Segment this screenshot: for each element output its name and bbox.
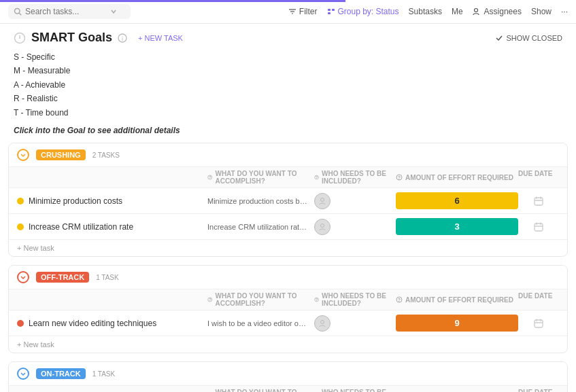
calendar-icon[interactable]	[533, 318, 544, 329]
smart-t: T - Time bound	[14, 106, 562, 120]
svg-point-36	[321, 320, 324, 323]
svg-text:?: ?	[209, 298, 211, 302]
table-row[interactable]: Increase CRM utilization rate Increase C…	[9, 213, 567, 239]
svg-rect-6	[328, 12, 331, 14]
group-header-offtrack[interactable]: OFF-TRACK 1 TASK	[9, 266, 567, 289]
due-date-cell[interactable]	[518, 221, 559, 232]
check-icon	[495, 34, 503, 42]
filter-btn[interactable]: Filter	[288, 7, 318, 16]
col-headers-offtrack: ? WHAT DO YOU WANT TO ACCOMPLISH? ? WHO …	[9, 289, 567, 310]
col-due: DUE DATE	[518, 292, 559, 307]
col-accomplish: ? WHAT DO YOU WANT TO ACCOMPLISH?	[207, 170, 314, 185]
task-avatar-cell	[314, 193, 396, 209]
task-avatar-cell	[314, 315, 396, 332]
avatar	[314, 315, 331, 332]
progress-bar	[0, 0, 345, 2]
col-effort: ? AMOUNT OF EFFORT REQUIRED	[396, 292, 518, 307]
col-task	[17, 292, 207, 307]
task-avatar-cell	[314, 219, 396, 235]
search-icon	[14, 7, 22, 16]
top-bar-actions: Filter Group by: Status Subtasks Me Assi…	[288, 7, 568, 16]
svg-rect-37	[535, 320, 543, 327]
svg-text:?: ?	[209, 176, 211, 180]
effort-bar: 6	[396, 192, 518, 209]
svg-text:i: i	[122, 35, 123, 42]
task-name-cell: Increase CRM utilization rate	[17, 222, 207, 232]
calendar-icon[interactable]	[533, 221, 544, 232]
group-task-count-ontrack: 1 TASK	[92, 370, 116, 378]
subtasks-btn[interactable]: Subtasks	[409, 7, 442, 16]
col-include: ? WHO NEEDS TO BE INCLUDED?	[314, 292, 396, 307]
table-row[interactable]: Learn new video editing techniques I wis…	[9, 310, 567, 336]
svg-rect-7	[332, 9, 335, 11]
due-date-cell[interactable]	[518, 196, 559, 207]
col-effort: ? AMOUNT OF EFFORT REQUIRED	[396, 389, 518, 392]
smart-definitions: S - Specific M - Measurable A - Achievab…	[0, 48, 576, 143]
task-dot	[17, 198, 24, 204]
assignees-label: Assignees	[484, 7, 522, 16]
task-name: Increase CRM utilization rate	[29, 222, 133, 232]
show-closed-label: SHOW CLOSED	[506, 34, 562, 42]
effort-bar: 9	[396, 315, 518, 332]
more-btn[interactable]: ···	[561, 7, 568, 16]
due-date-cell[interactable]	[518, 318, 559, 329]
svg-text:?: ?	[316, 176, 318, 179]
svg-point-8	[474, 9, 477, 12]
svg-text:?: ?	[398, 175, 401, 180]
task-dot	[17, 320, 24, 327]
task-name-cell: Learn new video editing techniques	[17, 319, 207, 328]
me-btn[interactable]: Me	[452, 7, 463, 16]
group-section-crushing: CRUSHING 2 TASKS ? WHAT DO YOU WANT TO A…	[8, 143, 568, 257]
page-header: SMART Goals i + NEW TASK SHOW CLOSED	[0, 24, 576, 48]
me-label: Me	[452, 7, 463, 16]
filter-label: Filter	[299, 7, 318, 16]
col-task	[17, 170, 207, 185]
search-box[interactable]	[8, 4, 131, 19]
group-circle-offtrack	[17, 271, 29, 283]
assignees-btn[interactable]: Assignees	[473, 7, 522, 16]
task-name: Learn new video editing techniques	[29, 319, 156, 328]
group-circle-crushing	[17, 149, 29, 161]
svg-rect-26	[535, 224, 543, 231]
svg-point-25	[321, 224, 324, 227]
task-description: I wish to be a video editor or a project…	[207, 319, 314, 327]
click-hint: Click into the Goal to see additional de…	[14, 124, 562, 137]
avatar	[314, 219, 331, 235]
show-closed-btn[interactable]: SHOW CLOSED	[495, 34, 562, 42]
svg-point-0	[15, 9, 20, 14]
group-section-ontrack: ON-TRACK 1 TASK ? WHAT DO YOU WANT TO AC…	[8, 361, 568, 392]
group-by-btn[interactable]: Group by: Status	[327, 7, 399, 16]
smart-m: M - Measurable	[14, 64, 562, 77]
group-header-ontrack[interactable]: ON-TRACK 1 TASK	[9, 362, 567, 385]
main-content: CRUSHING 2 TASKS ? WHAT DO YOU WANT TO A…	[0, 143, 576, 392]
group-task-count-offtrack: 1 TASK	[96, 274, 119, 281]
col-accomplish: ? WHAT DO YOU WANT TO ACCOMPLISH?	[207, 292, 314, 307]
add-task-btn[interactable]: + NEW TASK	[138, 34, 183, 42]
task-dot	[17, 224, 24, 230]
new-task-row[interactable]: + New task	[9, 336, 567, 353]
group-header-crushing[interactable]: CRUSHING 2 TASKS	[9, 143, 567, 166]
chevron-down-icon	[110, 8, 117, 15]
svg-line-1	[19, 13, 21, 15]
col-task	[17, 389, 207, 392]
group-section-offtrack: OFF-TRACK 1 TASK ? WHAT DO YOU WANT TO A…	[8, 265, 568, 353]
show-label: Show	[531, 7, 552, 16]
col-include: ? WHO NEEDS TO BE INCLUDED?	[314, 389, 396, 392]
show-btn[interactable]: Show	[531, 7, 552, 16]
svg-rect-21	[535, 198, 543, 205]
group-badge-ontrack: ON-TRACK	[36, 368, 86, 379]
svg-point-20	[321, 198, 324, 201]
svg-text:?: ?	[316, 298, 318, 302]
group-badge-crushing: CRUSHING	[36, 149, 86, 160]
smart-s: S - Specific	[14, 50, 562, 64]
calendar-icon[interactable]	[533, 196, 544, 207]
group-icon	[327, 7, 335, 16]
smart-a: A - Achievable	[14, 78, 562, 92]
top-bar: Filter Group by: Status Subtasks Me Assi…	[0, 0, 576, 24]
new-task-row[interactable]: + New task	[9, 239, 567, 256]
search-input[interactable]	[25, 7, 107, 16]
col-due: DUE DATE	[518, 170, 559, 185]
subtasks-label: Subtasks	[409, 7, 442, 16]
table-row[interactable]: Minimize production costs Minimize produ…	[9, 188, 567, 213]
circle-icon	[14, 32, 26, 44]
